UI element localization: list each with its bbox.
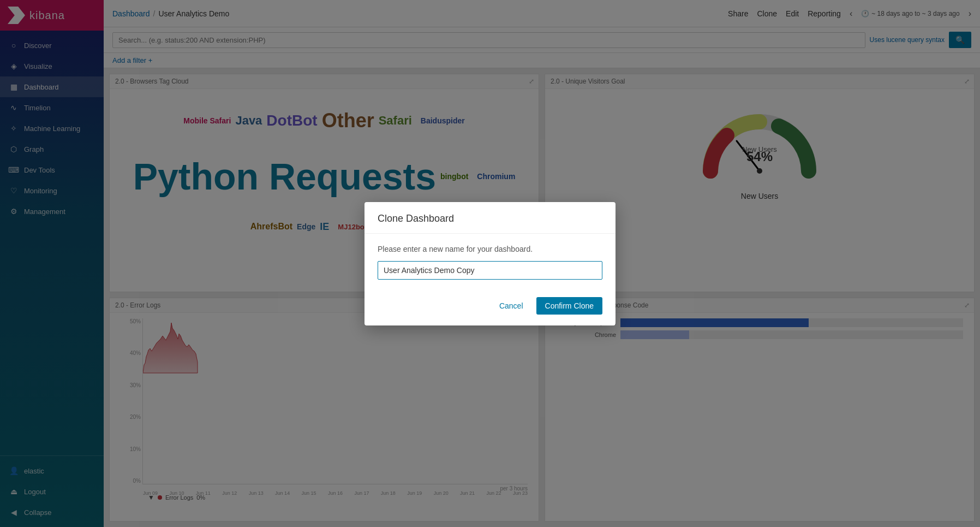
modal-footer: Cancel Confirm Clone (364, 291, 616, 325)
modal-overlay[interactable]: Clone Dashboard Please enter a new name … (0, 0, 980, 527)
modal-body: Please enter a new name for your dashboa… (364, 234, 616, 291)
confirm-clone-button[interactable]: Confirm Clone (536, 297, 602, 315)
modal-title: Clone Dashboard (364, 202, 616, 234)
dashboard-name-input[interactable] (378, 261, 602, 280)
clone-dashboard-modal: Clone Dashboard Please enter a new name … (364, 202, 616, 325)
modal-description: Please enter a new name for your dashboa… (378, 245, 602, 253)
cancel-button[interactable]: Cancel (492, 297, 531, 315)
